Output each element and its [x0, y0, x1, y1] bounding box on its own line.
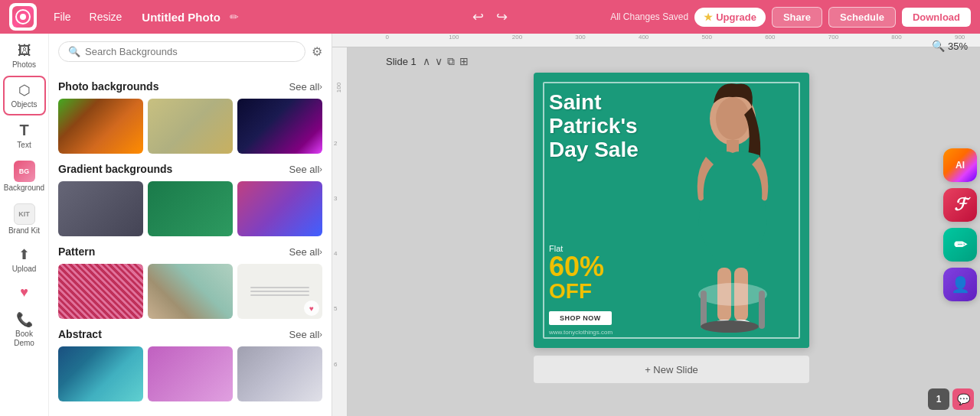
ai-label: AI	[956, 160, 965, 171]
chat-icon: 💬	[957, 393, 970, 405]
photo-bg-thumb-1[interactable]	[58, 99, 143, 154]
design-shop-button[interactable]: SHOP NOW	[549, 311, 612, 325]
chat-indicator[interactable]: 💬	[952, 388, 974, 410]
teal-icon: ✏	[954, 236, 967, 254]
ruler-tick-100: 100	[449, 34, 459, 41]
chevron-right-icon-3: ›	[319, 247, 322, 256]
pattern-thumb-2[interactable]	[148, 264, 233, 319]
icon-rail: 🖼 Photos ⬡ Objects T Text BG Background …	[0, 34, 49, 416]
edit-title-icon[interactable]: ✏	[230, 11, 239, 23]
svg-point-1	[20, 14, 26, 20]
photo-backgrounds-grid	[58, 99, 322, 154]
ai-button[interactable]: AI	[943, 148, 977, 182]
purple-icon: 👤	[951, 275, 970, 294]
vruler-400: 4	[334, 250, 337, 257]
pattern-title: Pattern	[58, 245, 95, 258]
design-title-block: Saint Patrick's Day Sale	[549, 91, 639, 161]
document-title: Untitled Photo	[142, 11, 220, 24]
photo-backgrounds-title: Photo backgrounds	[58, 80, 158, 93]
gradient-backgrounds-see-all[interactable]: See all ›	[289, 164, 322, 175]
undo-button[interactable]: ↩	[472, 8, 484, 25]
abstract-grid	[58, 346, 322, 401]
sidebar-item-brandkit[interactable]: KIT Brand Kit	[3, 199, 46, 240]
slide-expand-button[interactable]: ⊞	[459, 55, 469, 68]
sidebar-item-text[interactable]: T Text	[3, 117, 46, 154]
search-area: 🔍 ⚙	[49, 34, 332, 68]
slide-header: Slide 1 ∧ ∨ ⧉ ⊞	[386, 55, 469, 68]
gradient-bg-thumb-1[interactable]	[58, 181, 143, 236]
pat-line-2	[250, 291, 310, 292]
download-button[interactable]: Download	[902, 8, 971, 27]
slide-frame[interactable]: Saint Patrick's Day Sale Flat 60% OFF SH…	[534, 73, 809, 348]
upload-label: Upload	[12, 265, 37, 274]
vruler-200: 2	[334, 140, 337, 147]
gradient-bg-thumb-2[interactable]	[148, 181, 233, 236]
chevron-right-icon: ›	[319, 82, 322, 91]
slide-down-button[interactable]: ∨	[435, 55, 443, 68]
app-logo[interactable]	[9, 3, 37, 31]
resize-menu[interactable]: Resize	[82, 8, 130, 26]
purple-tool-button[interactable]: 👤	[943, 268, 977, 301]
search-input[interactable]	[85, 46, 296, 57]
design-percent: 60%	[549, 253, 604, 281]
topbar-nav: File Resize	[46, 8, 129, 26]
ruler-tick-300: 300	[575, 34, 585, 41]
vruler-300: 3	[334, 195, 337, 202]
ruler-tick-500: 500	[702, 34, 712, 41]
background-label: Background	[4, 184, 44, 193]
photo-backgrounds-see-all[interactable]: See all ›	[289, 81, 322, 93]
backgrounds-panel: 🔍 ⚙ Photo backgrounds See all › G	[49, 34, 332, 416]
upgrade-button[interactable]: ★ Upgrade	[694, 8, 766, 27]
ruler-tick-700: 700	[828, 34, 838, 41]
design-discount-block: Flat 60% OFF	[549, 244, 604, 302]
abstract-see-all[interactable]: See all ›	[289, 329, 322, 340]
font-button[interactable]: ℱ	[943, 188, 977, 222]
sidebar-item-bookdemo[interactable]: 📞 Book Demo	[3, 307, 46, 353]
file-menu[interactable]: File	[46, 8, 79, 26]
abstract-thumb-3[interactable]	[237, 346, 322, 401]
pattern-thumb-1[interactable]	[58, 264, 143, 319]
ruler-tick-800: 800	[891, 34, 901, 41]
gradient-bg-thumb-3[interactable]	[237, 181, 322, 236]
chevron-right-icon-4: ›	[319, 330, 322, 339]
sidebar-item-upload[interactable]: ⬆ Upload	[3, 242, 46, 278]
ruler-tick-600: 600	[765, 34, 775, 41]
gradient-backgrounds-header: Gradient backgrounds See all ›	[58, 163, 322, 175]
photos-icon: 🖼	[18, 43, 31, 59]
zoom-indicator: 🔍 35%	[932, 40, 968, 52]
vruler-600: 6	[334, 361, 337, 368]
slide-controls: ∧ ∨ ⧉ ⊞	[423, 55, 469, 68]
sidebar-item-favorites[interactable]: ♥	[3, 280, 46, 305]
page-number-indicator: 1	[928, 388, 949, 410]
filter-icon[interactable]: ⚙	[312, 44, 322, 59]
pattern-thumb-3[interactable]: ♥	[237, 264, 322, 319]
redo-button[interactable]: ↪	[496, 8, 508, 25]
slide-duplicate-button[interactable]: ⧉	[447, 55, 455, 68]
pat-line-3	[250, 294, 310, 296]
sidebar-item-photos[interactable]: 🖼 Photos	[3, 38, 46, 74]
abstract-thumb-2[interactable]	[148, 346, 233, 401]
pattern-see-all[interactable]: See all ›	[289, 246, 322, 258]
design-line1: Saint	[549, 91, 639, 115]
pattern-header: Pattern See all ›	[58, 245, 322, 258]
favorite-badge: ♥	[304, 301, 319, 316]
design-off: OFF	[549, 281, 604, 302]
gradient-backgrounds-grid	[58, 181, 322, 236]
background-icon: BG	[14, 161, 35, 182]
schedule-button[interactable]: Schedule	[828, 7, 896, 28]
slide-up-button[interactable]: ∧	[423, 55, 430, 68]
photo-bg-thumb-2[interactable]	[148, 99, 233, 154]
teal-tool-button[interactable]: ✏	[943, 228, 977, 262]
slide-label: Slide 1	[386, 56, 416, 67]
new-slide-button[interactable]: + New Slide	[534, 356, 809, 383]
chevron-right-icon-2: ›	[319, 164, 322, 174]
abstract-thumb-1[interactable]	[58, 346, 143, 401]
sidebar-item-background[interactable]: BG Background	[3, 156, 46, 197]
model-svg	[658, 73, 809, 348]
panel-scroll: Photo backgrounds See all › Gradient bac…	[49, 68, 332, 416]
sidebar-item-objects[interactable]: ⬡ Objects	[3, 76, 46, 115]
share-button[interactable]: Share	[772, 7, 822, 28]
vruler-500: 5	[334, 305, 337, 312]
photo-bg-thumb-3[interactable]	[237, 99, 322, 154]
logo-inner	[12, 6, 34, 28]
